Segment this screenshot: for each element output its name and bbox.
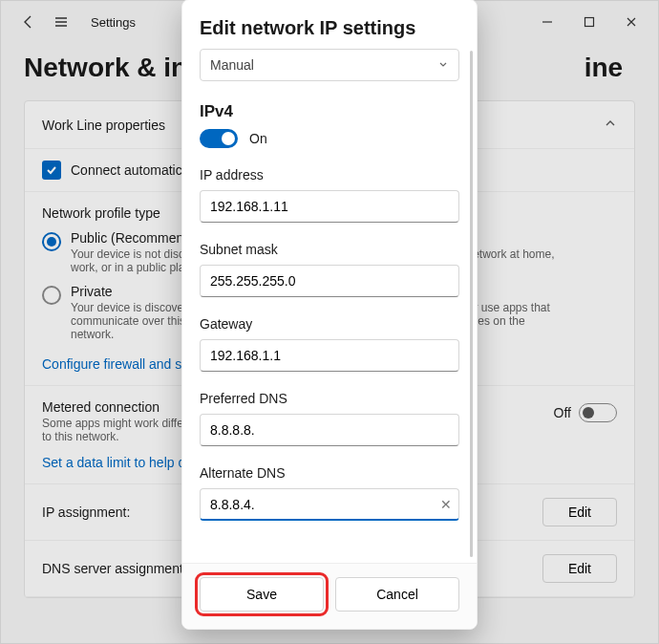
gateway-label: Gateway [200,316,459,332]
alt-dns-input[interactable] [200,488,459,521]
back-icon[interactable] [14,8,43,36]
alt-dns-label: Alternate DNS [200,465,459,481]
save-button[interactable]: Save [200,577,324,612]
edit-ip-modal: Edit network IP settings Manual IPv4 On … [181,0,478,630]
metered-toggle[interactable] [579,403,617,422]
ipv4-on-label: On [249,131,267,146]
modal-body: Manual IPv4 On IP address Subnet mask Ga… [182,45,477,563]
app-title: Settings [91,15,136,30]
pref-dns-label: Preferred DNS [200,391,459,406]
menu-icon[interactable] [47,8,75,36]
card-header-label: Work Line properties [42,118,165,133]
pref-dns-input[interactable] [200,414,459,446]
ipv4-heading: IPv4 [200,102,459,121]
ipv4-toggle[interactable] [200,129,238,148]
subnet-input[interactable] [200,265,459,297]
chevron-down-icon [437,57,449,73]
edit-dns-button[interactable]: Edit [542,554,617,583]
settings-window: Settings Network & internet ine Work Lin… [0,0,659,644]
mode-select[interactable]: Manual [200,49,459,81]
radio-off-icon[interactable] [42,286,61,305]
clear-icon[interactable]: ✕ [440,497,452,512]
chevron-up-icon [604,117,617,133]
scrollbar[interactable] [470,51,473,557]
dns-assignment-label: DNS server assignment: [42,561,187,576]
cancel-button[interactable]: Cancel [335,577,459,612]
ip-label: IP address [200,167,459,182]
maximize-icon[interactable] [568,8,610,36]
radio-on-icon[interactable] [42,232,61,251]
subnet-label: Subnet mask [200,242,459,257]
close-icon[interactable] [610,8,652,36]
minimize-icon[interactable] [526,8,568,36]
mode-value: Manual [210,57,254,73]
ip-assignment-label: IP assignment: [42,504,130,520]
ip-input[interactable] [200,190,459,223]
check-icon[interactable] [42,161,61,180]
modal-footer: Save Cancel [182,563,477,629]
modal-title: Edit network IP settings [182,0,477,45]
toggle-off-label: Off [554,405,571,420]
page-title-suffix: ine [585,53,623,82]
svg-rect-0 [585,18,594,27]
gateway-input[interactable] [200,339,459,372]
edit-ip-button[interactable]: Edit [542,498,617,526]
